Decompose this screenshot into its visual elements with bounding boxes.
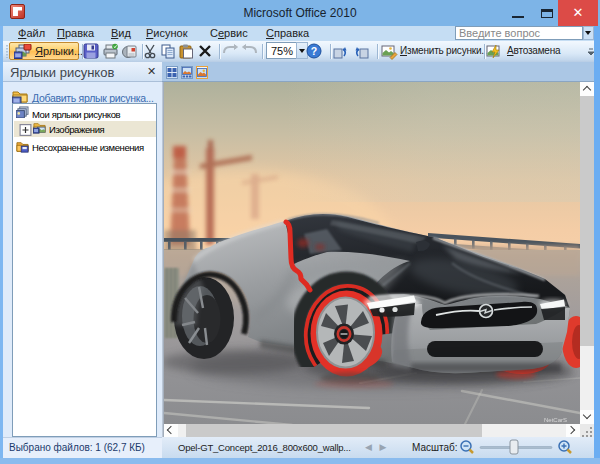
svg-text:?: ? [311, 45, 317, 57]
svg-text:NetCarS: NetCarS [544, 417, 567, 423]
